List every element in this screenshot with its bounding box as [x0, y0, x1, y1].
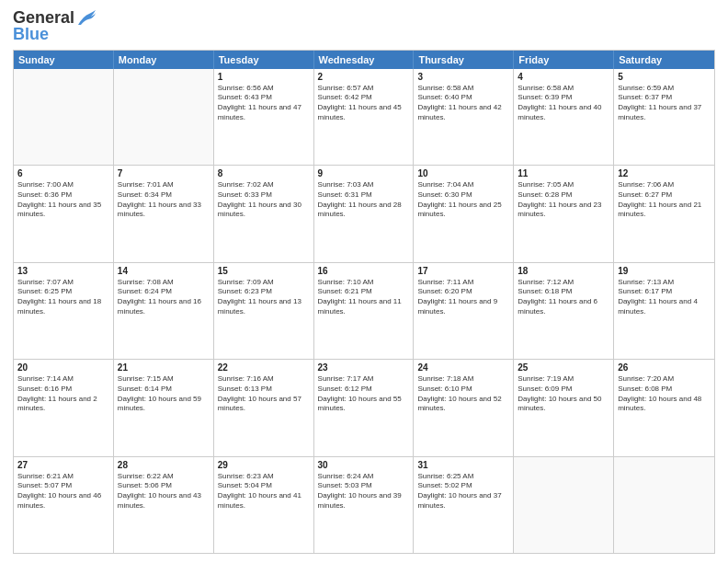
day-number: 14	[118, 266, 210, 276]
cell-info: Sunrise: 7:14 AMSunset: 6:16 PMDaylight:…	[17, 374, 109, 414]
cal-cell-day-5: 5Sunrise: 6:59 AMSunset: 6:37 PMDaylight…	[614, 69, 714, 165]
cal-cell-day-24: 24Sunrise: 7:18 AMSunset: 6:10 PMDayligh…	[414, 360, 514, 455]
calendar: SundayMondayTuesdayWednesdayThursdayFrid…	[13, 50, 715, 554]
cal-header-saturday: Saturday	[614, 51, 714, 69]
page: General Blue SundayMondayTuesdayWednesda…	[0, 0, 728, 563]
day-number: 3	[417, 72, 509, 82]
day-number: 7	[118, 168, 210, 178]
cell-info: Sunrise: 6:59 AMSunset: 6:37 PMDaylight:…	[618, 84, 711, 123]
day-number: 26	[618, 362, 711, 373]
cell-info: Sunrise: 6:23 AMSunset: 5:04 PMDaylight:…	[218, 472, 310, 511]
day-number: 1	[218, 72, 310, 82]
cell-info: Sunrise: 7:20 AMSunset: 6:08 PMDaylight:…	[618, 374, 711, 414]
cell-info: Sunrise: 6:58 AMSunset: 6:40 PMDaylight:…	[417, 84, 509, 123]
cal-cell-day-14: 14Sunrise: 7:08 AMSunset: 6:24 PMDayligh…	[114, 263, 214, 359]
cal-header-monday: Monday	[114, 51, 214, 69]
cal-cell-day-20: 20Sunrise: 7:14 AMSunset: 6:16 PMDayligh…	[14, 360, 114, 455]
cal-cell-day-3: 3Sunrise: 6:58 AMSunset: 6:40 PMDaylight…	[414, 69, 514, 165]
cal-header-thursday: Thursday	[414, 51, 514, 69]
cal-cell-day-29: 29Sunrise: 6:23 AMSunset: 5:04 PMDayligh…	[214, 457, 314, 553]
cell-info: Sunrise: 7:01 AMSunset: 6:34 PMDaylight:…	[118, 180, 210, 220]
cal-week-1: 1Sunrise: 6:56 AMSunset: 6:43 PMDaylight…	[14, 69, 714, 165]
cal-cell-day-15: 15Sunrise: 7:09 AMSunset: 6:23 PMDayligh…	[214, 263, 314, 359]
cell-info: Sunrise: 7:02 AMSunset: 6:33 PMDaylight:…	[218, 180, 310, 220]
cell-info: Sunrise: 7:05 AMSunset: 6:28 PMDaylight:…	[518, 180, 609, 220]
day-number: 13	[17, 266, 109, 276]
cal-cell-day-16: 16Sunrise: 7:10 AMSunset: 6:21 PMDayligh…	[314, 263, 415, 359]
cal-cell-day-1: 1Sunrise: 6:56 AMSunset: 6:43 PMDaylight…	[214, 69, 314, 165]
cal-cell-day-28: 28Sunrise: 6:22 AMSunset: 5:06 PMDayligh…	[114, 457, 214, 553]
cal-cell-day-25: 25Sunrise: 7:19 AMSunset: 6:09 PMDayligh…	[514, 360, 614, 455]
day-number: 21	[118, 362, 210, 373]
day-number: 15	[218, 266, 310, 276]
cell-info: Sunrise: 6:24 AMSunset: 5:03 PMDaylight:…	[318, 472, 410, 511]
day-number: 10	[417, 168, 509, 178]
cal-cell-day-21: 21Sunrise: 7:15 AMSunset: 6:14 PMDayligh…	[114, 360, 214, 455]
cell-info: Sunrise: 7:00 AMSunset: 6:36 PMDaylight:…	[17, 180, 109, 220]
cal-week-3: 13Sunrise: 7:07 AMSunset: 6:25 PMDayligh…	[14, 262, 714, 359]
cal-cell-empty	[114, 69, 214, 165]
day-number: 31	[417, 460, 509, 470]
cell-info: Sunrise: 7:16 AMSunset: 6:13 PMDaylight:…	[218, 374, 310, 414]
cal-cell-empty	[14, 69, 114, 165]
cal-cell-day-13: 13Sunrise: 7:07 AMSunset: 6:25 PMDayligh…	[14, 263, 114, 359]
cal-week-4: 20Sunrise: 7:14 AMSunset: 6:16 PMDayligh…	[14, 359, 714, 455]
cell-info: Sunrise: 7:03 AMSunset: 6:31 PMDaylight:…	[318, 180, 410, 220]
cal-cell-day-9: 9Sunrise: 7:03 AMSunset: 6:31 PMDaylight…	[314, 166, 415, 261]
day-number: 5	[618, 72, 711, 82]
cell-info: Sunrise: 7:06 AMSunset: 6:27 PMDaylight:…	[618, 180, 711, 220]
day-number: 28	[118, 460, 210, 470]
day-number: 27	[17, 460, 109, 470]
cal-week-5: 27Sunrise: 6:21 AMSunset: 5:07 PMDayligh…	[14, 456, 714, 553]
day-number: 11	[518, 168, 609, 178]
day-number: 17	[417, 266, 509, 276]
cal-cell-day-26: 26Sunrise: 7:20 AMSunset: 6:08 PMDayligh…	[614, 360, 714, 455]
day-number: 9	[318, 168, 410, 178]
cal-cell-day-2: 2Sunrise: 6:57 AMSunset: 6:42 PMDaylight…	[314, 69, 415, 165]
cell-info: Sunrise: 7:10 AMSunset: 6:21 PMDaylight:…	[318, 278, 410, 317]
day-number: 29	[218, 460, 310, 470]
cell-info: Sunrise: 7:15 AMSunset: 6:14 PMDaylight:…	[118, 374, 210, 414]
header: General Blue	[13, 9, 715, 44]
cal-cell-day-30: 30Sunrise: 6:24 AMSunset: 5:03 PMDayligh…	[314, 457, 415, 553]
cal-cell-day-27: 27Sunrise: 6:21 AMSunset: 5:07 PMDayligh…	[14, 457, 114, 553]
cal-cell-day-22: 22Sunrise: 7:16 AMSunset: 6:13 PMDayligh…	[214, 360, 314, 455]
day-number: 12	[618, 168, 711, 178]
day-number: 25	[518, 362, 609, 373]
day-number: 22	[218, 362, 310, 373]
cell-info: Sunrise: 7:13 AMSunset: 6:17 PMDaylight:…	[618, 278, 711, 317]
cell-info: Sunrise: 6:56 AMSunset: 6:43 PMDaylight:…	[218, 84, 310, 123]
cell-info: Sunrise: 7:12 AMSunset: 6:18 PMDaylight:…	[518, 278, 609, 317]
cell-info: Sunrise: 7:17 AMSunset: 6:12 PMDaylight:…	[318, 374, 410, 414]
logo: General Blue	[13, 9, 97, 44]
day-number: 18	[518, 266, 609, 276]
logo-bird-svg	[76, 8, 97, 27]
cell-info: Sunrise: 6:22 AMSunset: 5:06 PMDaylight:…	[118, 472, 210, 511]
day-number: 6	[17, 168, 109, 178]
cell-info: Sunrise: 7:08 AMSunset: 6:24 PMDaylight:…	[118, 278, 210, 317]
cal-cell-day-8: 8Sunrise: 7:02 AMSunset: 6:33 PMDaylight…	[214, 166, 314, 261]
cal-cell-day-7: 7Sunrise: 7:01 AMSunset: 6:34 PMDaylight…	[114, 166, 214, 261]
cal-cell-day-11: 11Sunrise: 7:05 AMSunset: 6:28 PMDayligh…	[514, 166, 614, 261]
day-number: 4	[518, 72, 609, 82]
cal-cell-empty	[614, 457, 714, 553]
cal-cell-day-31: 31Sunrise: 6:25 AMSunset: 5:02 PMDayligh…	[414, 457, 514, 553]
cal-cell-day-18: 18Sunrise: 7:12 AMSunset: 6:18 PMDayligh…	[514, 263, 614, 359]
calendar-header: SundayMondayTuesdayWednesdayThursdayFrid…	[14, 51, 714, 69]
cell-info: Sunrise: 6:57 AMSunset: 6:42 PMDaylight:…	[318, 84, 410, 123]
cell-info: Sunrise: 7:19 AMSunset: 6:09 PMDaylight:…	[518, 374, 609, 414]
cal-header-friday: Friday	[514, 51, 614, 69]
cell-info: Sunrise: 7:07 AMSunset: 6:25 PMDaylight:…	[17, 278, 109, 317]
cell-info: Sunrise: 6:21 AMSunset: 5:07 PMDaylight:…	[17, 472, 109, 511]
cal-cell-day-17: 17Sunrise: 7:11 AMSunset: 6:20 PMDayligh…	[414, 263, 514, 359]
cal-header-sunday: Sunday	[14, 51, 114, 69]
cal-cell-day-12: 12Sunrise: 7:06 AMSunset: 6:27 PMDayligh…	[614, 166, 714, 261]
cell-info: Sunrise: 6:58 AMSunset: 6:39 PMDaylight:…	[518, 84, 609, 123]
cal-cell-day-23: 23Sunrise: 7:17 AMSunset: 6:12 PMDayligh…	[314, 360, 415, 455]
cal-header-wednesday: Wednesday	[314, 51, 415, 69]
day-number: 19	[618, 266, 711, 276]
day-number: 20	[17, 362, 109, 373]
cell-info: Sunrise: 7:04 AMSunset: 6:30 PMDaylight:…	[417, 180, 509, 220]
day-number: 30	[318, 460, 410, 470]
cal-week-2: 6Sunrise: 7:00 AMSunset: 6:36 PMDaylight…	[14, 165, 714, 261]
